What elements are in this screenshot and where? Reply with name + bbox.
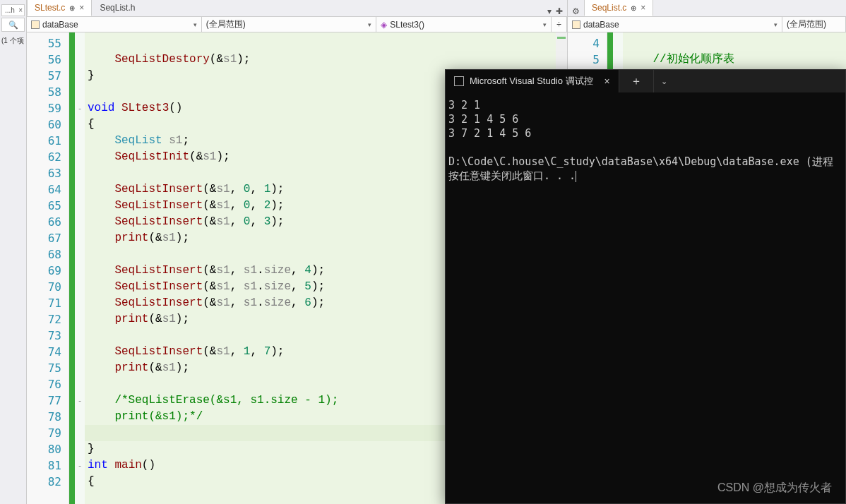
solution-explorer-panel: ...h × 🔍 (1 个项 [0, 0, 27, 504]
tab-tools-left: ⚙ [568, 6, 584, 16]
gear-icon[interactable]: ⚙ [572, 6, 580, 16]
nav-project-label: dataBase [583, 20, 619, 30]
chevron-down-icon: ▾ [368, 21, 371, 28]
close-icon[interactable]: × [18, 6, 23, 14]
chevron-down-icon: ▾ [774, 21, 778, 28]
nav-scope-dropdown[interactable]: (全局范围) ▾ [202, 17, 377, 32]
nav-function-dropdown[interactable]: ◈ SLtest3() ▾ [376, 17, 552, 32]
nav-project-dropdown-right[interactable]: dataBase ▾ [568, 17, 782, 32]
info-text: (1 个项 [0, 33, 26, 49]
tab-label: SeqList.h [100, 3, 135, 13]
pin-icon[interactable]: ⊕ [69, 4, 75, 12]
terminal-output[interactable]: 3 2 1 3 2 1 4 5 6 3 7 2 1 4 5 6 D:\Code\… [446, 92, 845, 503]
terminal-tab[interactable]: Microsoft Visual Studio 调试控 × [446, 70, 619, 92]
left-tab[interactable]: ...h × [1, 4, 25, 16]
nav-project-label: dataBase [42, 20, 78, 30]
function-icon: ◈ [381, 20, 387, 30]
nav-project-dropdown[interactable]: dataBase ▾ [27, 17, 202, 32]
editor-tab-bar: SLtest.c ⊕ × SeqList.h ▾ ✚ [27, 0, 567, 17]
nav-split-button[interactable]: ÷ [552, 17, 567, 32]
tab-label: SLtest.c [35, 3, 65, 13]
tab-tools: ▾ ✚ [543, 6, 567, 16]
tab-seqlist-h[interactable]: SeqList.h [92, 0, 143, 16]
project-icon [31, 20, 40, 29]
navigation-bar: dataBase ▾ (全局范围) ▾ ◈ SLtest3() ▾ ÷ [27, 17, 567, 32]
watermark: CSDN @想成为传火者 [717, 481, 832, 496]
change-indicator-margin [69, 32, 75, 504]
fold-margin[interactable]: --- [75, 32, 85, 504]
split-icon: ÷ [556, 20, 561, 30]
tab-seqlist-c[interactable]: SeqList.c ⊕ × [584, 0, 653, 16]
terminal-icon [454, 76, 464, 86]
dropdown-icon[interactable]: ▾ [547, 6, 552, 16]
terminal-titlebar[interactable]: Microsoft Visual Studio 调试控 × ＋ ⌄ [446, 70, 845, 92]
chevron-down-icon: ▾ [543, 21, 547, 28]
add-icon[interactable]: ✚ [556, 6, 563, 16]
terminal-title: Microsoft Visual Studio 调试控 [470, 75, 593, 88]
debug-console-window[interactable]: Microsoft Visual Studio 调试控 × ＋ ⌄ 3 2 1 … [445, 69, 846, 504]
pin-icon[interactable]: ⊕ [631, 4, 636, 12]
nav-function-label: SLtest3() [390, 20, 424, 30]
close-icon[interactable]: × [79, 3, 84, 13]
tab-label: SeqList.c [592, 3, 626, 13]
chevron-down-icon: ▾ [193, 21, 197, 28]
tab-sltest-c[interactable]: SLtest.c ⊕ × [27, 0, 92, 16]
project-icon [572, 20, 580, 29]
navigation-bar-right: dataBase ▾ (全局范围) [568, 17, 846, 32]
add-tab-button[interactable]: ＋ [619, 70, 654, 92]
left-tab-label: ...h [5, 6, 15, 14]
line-number-gutter: 5556575859606162636465666768697071727374… [27, 32, 69, 504]
search-box[interactable]: 🔍 [1, 18, 25, 32]
nav-scope-label: (全局范围) [787, 18, 826, 30]
search-icon: 🔍 [8, 20, 18, 30]
close-icon[interactable]: × [641, 3, 645, 13]
nav-scope-dropdown-right[interactable]: (全局范围) [782, 17, 846, 32]
editor-tab-bar-right: ⚙ SeqList.c ⊕ × [568, 0, 846, 17]
nav-scope-label: (全局范围) [206, 18, 246, 30]
close-icon[interactable]: × [604, 76, 610, 87]
tab-menu-button[interactable]: ⌄ [654, 77, 674, 86]
